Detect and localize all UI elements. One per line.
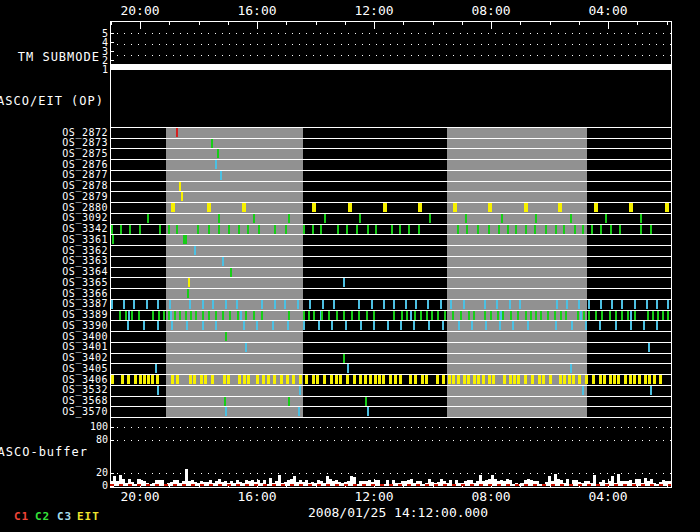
event-mark <box>399 375 402 384</box>
event-mark <box>383 300 385 309</box>
event-mark <box>367 225 369 234</box>
x-minor-tick-top <box>169 21 170 25</box>
event-mark <box>185 311 187 320</box>
x-minor-tick-top <box>637 21 638 25</box>
row-separator <box>110 256 671 257</box>
event-mark <box>485 321 487 330</box>
os-row-label: OS_2877 <box>38 169 108 180</box>
event-mark <box>228 225 230 234</box>
hour-label-bottom: 08:00 <box>463 489 519 504</box>
event-mark <box>242 203 246 212</box>
event-mark <box>531 375 534 384</box>
event-mark <box>585 321 587 330</box>
row-separator <box>110 353 671 354</box>
x-minor-tick-top <box>111 21 112 25</box>
event-mark <box>240 311 242 320</box>
event-mark <box>143 375 146 384</box>
event-mark <box>457 225 459 234</box>
event-mark <box>312 225 314 234</box>
event-mark <box>566 300 568 309</box>
event-mark <box>610 225 612 234</box>
event-mark <box>565 311 567 320</box>
event-mark <box>179 311 181 320</box>
event-mark <box>601 311 603 320</box>
event-mark <box>223 375 226 384</box>
event-mark <box>324 214 326 223</box>
x-minor-tick-top <box>228 21 229 25</box>
event-mark <box>617 375 620 384</box>
event-mark <box>572 375 575 384</box>
bottom-axis-line <box>110 487 672 488</box>
buffer-ytick-label: 80 <box>80 434 108 445</box>
row-separator <box>110 181 671 182</box>
event-mark <box>208 311 210 320</box>
event-mark <box>127 375 130 384</box>
event-mark <box>121 375 124 384</box>
event-mark <box>155 364 157 373</box>
event-mark <box>157 321 159 330</box>
os-row-label: OS_2875 <box>38 148 108 159</box>
event-mark <box>179 182 181 191</box>
event-mark <box>331 321 333 330</box>
event-mark <box>133 300 135 309</box>
event-mark <box>256 375 259 384</box>
event-mark <box>253 214 255 223</box>
event-mark <box>560 311 562 320</box>
event-mark <box>525 311 527 320</box>
event-mark <box>366 311 368 320</box>
event-mark <box>413 321 415 330</box>
tm-gridline <box>110 55 671 56</box>
os-row-label: OS_3092 <box>38 212 108 223</box>
event-mark <box>665 203 669 212</box>
event-mark <box>582 225 584 234</box>
os-row-label: OS_3405 <box>38 363 108 374</box>
event-mark <box>477 225 479 234</box>
hour-label-top: 20:00 <box>112 3 168 18</box>
event-mark <box>236 300 238 309</box>
event-mark <box>147 375 150 384</box>
x-minor-tick-top <box>286 21 287 25</box>
event-mark <box>574 225 576 234</box>
event-mark <box>473 375 476 384</box>
event-mark <box>359 375 362 384</box>
event-mark <box>515 225 517 234</box>
event-mark <box>335 375 338 384</box>
os-row-label: OS_2878 <box>38 180 108 191</box>
event-mark <box>448 375 451 384</box>
event-mark <box>465 214 467 223</box>
os-row-label: OS_3364 <box>38 266 108 277</box>
event-mark <box>188 278 190 287</box>
event-mark <box>111 225 113 234</box>
event-mark <box>646 300 648 309</box>
x-major-tick-top <box>608 21 609 29</box>
row-separator <box>110 191 671 192</box>
event-mark <box>452 311 454 320</box>
buffer-ytick-label: 100 <box>80 421 108 432</box>
event-mark <box>253 311 255 320</box>
event-mark <box>222 257 224 266</box>
event-mark <box>297 300 299 309</box>
event-mark <box>473 311 475 320</box>
event-mark <box>457 375 460 384</box>
event-mark <box>662 311 664 320</box>
event-mark <box>328 311 330 320</box>
event-mark <box>577 311 579 320</box>
event-mark <box>667 311 669 320</box>
event-mark <box>591 225 593 234</box>
event-mark <box>466 225 468 234</box>
legend-item-c3: C3 <box>57 510 72 523</box>
event-mark <box>634 300 636 309</box>
os-row-label: OS_3390 <box>38 320 108 331</box>
event-mark <box>559 375 562 384</box>
event-mark <box>112 235 114 244</box>
event-mark <box>640 225 642 234</box>
event-mark <box>387 321 389 330</box>
event-mark <box>298 407 300 416</box>
event-mark <box>619 225 621 234</box>
event-mark <box>640 214 642 223</box>
event-mark <box>292 375 295 384</box>
event-mark <box>499 321 501 330</box>
event-mark <box>524 375 527 384</box>
os-row-label: OS_3389 <box>38 309 108 320</box>
event-mark <box>194 246 196 255</box>
